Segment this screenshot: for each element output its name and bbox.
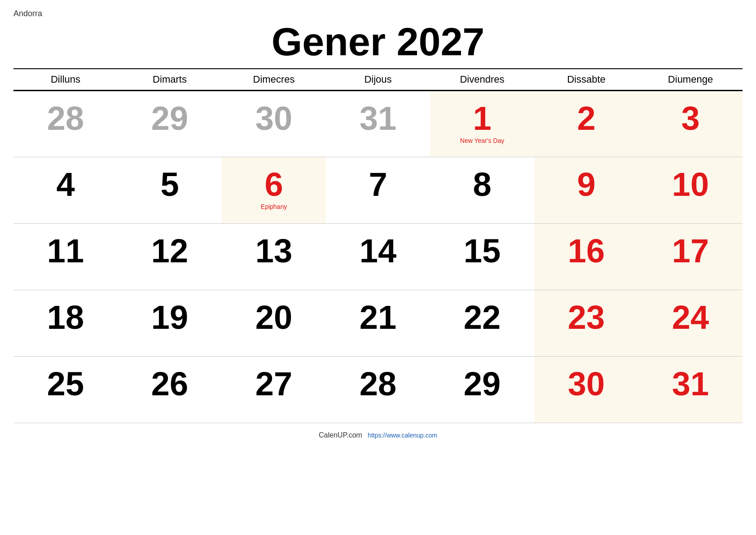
weekday-header: Dimecres	[222, 69, 326, 91]
day-number: 29	[437, 363, 527, 401]
weekday-header: Diumenge	[638, 69, 743, 91]
calendar-cell: 13	[222, 223, 326, 290]
day-number: 9	[541, 164, 631, 201]
day-number: 17	[646, 230, 735, 268]
calendar-cell: 30	[222, 90, 326, 157]
calendar-cell: 15	[430, 223, 534, 290]
day-number: 19	[125, 296, 215, 334]
day-number: 1	[437, 97, 527, 135]
day-number: 12	[125, 230, 215, 268]
calendar-cell: 14	[326, 223, 430, 290]
calendar-cell: 5	[118, 157, 222, 223]
calendar-cell: 12	[118, 223, 222, 290]
calendar-cell: 22	[430, 290, 534, 356]
calendar-cell: 26	[118, 356, 222, 423]
calendar-cell: 18	[13, 290, 118, 356]
day-number: 20	[229, 296, 319, 334]
day-number: 27	[229, 363, 319, 401]
calendar-cell: 11	[13, 223, 118, 290]
calendar-cell: 23	[534, 290, 638, 356]
calendar-cell: 30	[534, 356, 638, 423]
calendar-cell: 19	[118, 290, 222, 356]
calendar-cell: 10	[638, 157, 743, 223]
day-number: 15	[437, 230, 527, 268]
calendar-cell: 28	[326, 356, 430, 423]
day-number: 23	[541, 296, 631, 334]
day-number: 28	[333, 363, 423, 401]
calendar-cell: 16	[534, 223, 638, 290]
day-number: 31	[333, 97, 423, 135]
day-number: 10	[646, 164, 735, 201]
day-number: 18	[21, 296, 110, 334]
day-number: 30	[229, 97, 319, 135]
table-row: 25262728293031	[13, 356, 743, 423]
day-number: 3	[646, 97, 735, 135]
day-number: 6	[229, 164, 319, 201]
day-number: 29	[125, 97, 215, 135]
day-number: 24	[646, 296, 735, 334]
calendar-cell: 9	[534, 157, 638, 223]
day-number: 22	[437, 296, 527, 334]
calendar-cell: 17	[638, 223, 743, 290]
calendar-cell: 3	[638, 90, 743, 157]
calendar-cell: 2	[534, 90, 638, 157]
day-number: 5	[125, 164, 215, 201]
day-number: 11	[21, 230, 110, 268]
day-number: 13	[229, 230, 319, 268]
calendar-cell: 8	[430, 157, 534, 223]
calendar-cell: 29	[430, 356, 534, 423]
table-row: 11121314151617	[13, 223, 743, 290]
calendar-cell: 1New Year's Day	[430, 90, 534, 157]
calendar-table: DillunsDimartsDimecresDijousDivendresDis…	[13, 68, 743, 423]
calendar-cell: 31	[326, 90, 430, 157]
calendar-cell: 27	[222, 356, 326, 423]
day-number: 30	[541, 363, 631, 401]
weekday-header: Divendres	[430, 69, 534, 91]
day-number: 14	[333, 230, 423, 268]
calendar-cell: 7	[326, 157, 430, 223]
day-number: 25	[21, 363, 110, 401]
day-number: 16	[541, 230, 631, 268]
calendar-cell: 25	[13, 356, 118, 423]
holiday-label: New Year's Day	[437, 137, 527, 144]
calendar-cell: 31	[638, 356, 743, 423]
table-row: 18192021222324	[13, 290, 743, 356]
holiday-label: Epiphany	[229, 203, 319, 210]
day-number: 26	[125, 363, 215, 401]
table-row: 282930311New Year's Day23	[13, 90, 743, 157]
day-number: 8	[437, 164, 527, 201]
calendar-cell: 28	[13, 90, 118, 157]
calendar-cell: 4	[13, 157, 118, 223]
calendar-cell: 24	[638, 290, 743, 356]
region-label: Andorra	[13, 9, 743, 18]
day-number: 7	[333, 164, 423, 201]
day-number: 4	[21, 164, 110, 201]
weekday-header: Dilluns	[13, 69, 118, 91]
footer: CalenUP.com https://www.calenup.com	[13, 431, 743, 439]
day-number: 21	[333, 296, 423, 334]
day-number: 31	[646, 363, 735, 401]
footer-url: https://www.calenup.com	[368, 432, 437, 439]
calendar-cell: 21	[326, 290, 430, 356]
calendar-cell: 29	[118, 90, 222, 157]
table-row: 456Epiphany78910	[13, 157, 743, 223]
weekday-header: Dimarts	[118, 69, 222, 91]
calendar-cell: 20	[222, 290, 326, 356]
footer-brand: CalenUP.com	[319, 431, 362, 439]
weekday-header: Dijous	[326, 69, 430, 91]
calendar-cell: 6Epiphany	[222, 157, 326, 223]
calendar-title: Gener 2027	[13, 20, 743, 64]
day-number: 2	[541, 97, 631, 135]
day-number: 28	[21, 97, 110, 135]
weekday-header: Dissabte	[534, 69, 638, 91]
